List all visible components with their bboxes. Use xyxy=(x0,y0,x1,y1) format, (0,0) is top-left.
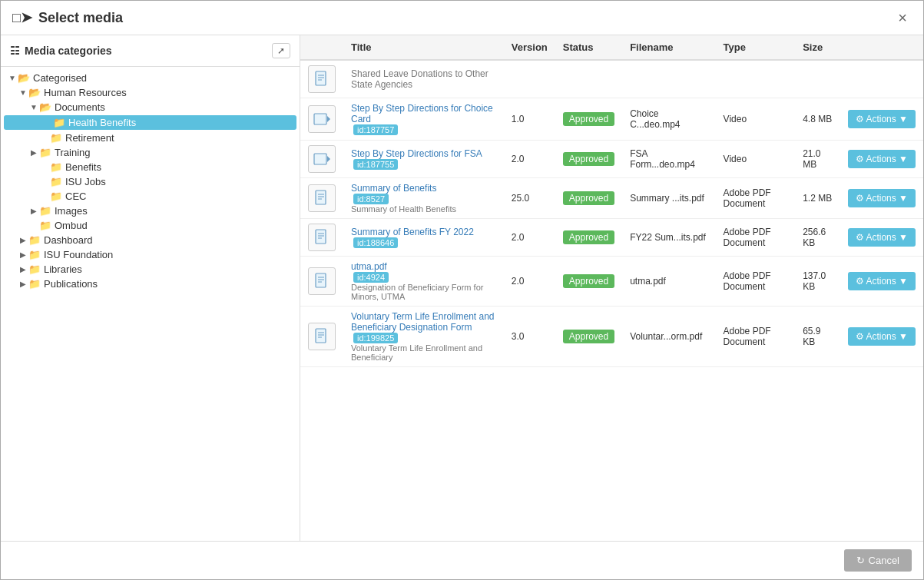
table-header-row: Title Version Status Filename Type Size xyxy=(300,35,923,60)
row-type-cell: Adobe PDF Document xyxy=(716,307,796,367)
media-title-link[interactable]: Voluntary Term Life Enrollment and Benef… xyxy=(351,311,496,333)
row-title-cell: Summary of Benefits id:8527 Summary of H… xyxy=(343,178,504,219)
table-row: Step By Step Directions for Choice Card … xyxy=(300,98,923,141)
row-title-cell: Shared Leave Donations to Other State Ag… xyxy=(343,60,504,98)
tree-label: Images xyxy=(55,205,88,217)
table-row: Summary of Benefits FY 2022 id:188646 2.… xyxy=(300,219,923,257)
row-filename-cell: utma.pdf xyxy=(622,257,715,307)
id-badge: id:187755 xyxy=(353,159,398,170)
folder-icon: 📁 xyxy=(39,220,51,231)
svg-rect-8 xyxy=(316,191,326,204)
media-title-link[interactable]: Summary of Benefits xyxy=(351,183,496,194)
media-title-link[interactable]: Step By Step Directions for FSA xyxy=(351,148,496,159)
row-filename-cell: Choice C...deo.mp4 xyxy=(622,98,715,141)
col-title: Title xyxy=(343,35,504,60)
row-status-cell: Approved xyxy=(555,141,622,178)
status-badge: Approved xyxy=(563,112,614,126)
folder-icon: 📁 xyxy=(28,234,41,246)
row-version-cell: 2.0 xyxy=(504,219,555,257)
table-row: Summary of Benefits id:8527 Summary of H… xyxy=(300,178,923,219)
row-title-cell: utma.pdf id:4924 Designation of Benefici… xyxy=(343,257,504,307)
row-icon-cell xyxy=(300,219,343,257)
tree-item-human-resources[interactable]: ▼ 📂 Human Resources xyxy=(1,85,300,100)
row-actions-cell: ⚙ Actions ▼ xyxy=(840,178,923,219)
col-version: Version xyxy=(504,35,555,60)
folder-icon: 📁 xyxy=(50,132,62,144)
actions-button[interactable]: ⚙ Actions ▼ xyxy=(848,272,916,290)
media-icon-pdf xyxy=(308,323,336,350)
svg-marker-7 xyxy=(327,156,330,162)
status-badge: Approved xyxy=(563,191,614,205)
row-type-cell: Video xyxy=(716,98,796,141)
table-row: Shared Leave Donations to Other State Ag… xyxy=(300,60,923,98)
row-icon-cell xyxy=(300,98,343,141)
tree-item-ombud[interactable]: 📁 Ombud xyxy=(1,218,300,233)
svg-rect-4 xyxy=(314,114,326,124)
toggle-icon: ▶ xyxy=(18,236,28,244)
row-icon-cell xyxy=(300,60,343,98)
tree-item-categorised[interactable]: ▼ 📂 Categorised xyxy=(1,71,300,85)
tree-label: Documents xyxy=(55,101,105,113)
row-actions-cell: ⚙ Actions ▼ xyxy=(840,98,923,141)
row-actions-cell xyxy=(840,60,923,98)
modal-title: □➤ Select media xyxy=(12,9,123,26)
row-size-cell: 4.8 MB xyxy=(795,98,840,141)
col-icon xyxy=(300,35,343,60)
folder-icon: 📁 xyxy=(50,176,62,187)
row-actions-cell: ⚙ Actions ▼ xyxy=(840,219,923,257)
main-content: Title Version Status Filename Type Size xyxy=(300,35,923,541)
sidebar-header: ☷ Media categories ➚ xyxy=(1,35,300,67)
tree-item-images[interactable]: ▶ 📁 Images xyxy=(1,204,300,218)
folder-icon: 📁 xyxy=(28,249,41,260)
cancel-button[interactable]: ↻ Cancel xyxy=(844,549,912,572)
col-status: Status xyxy=(555,35,622,60)
row-size-cell: 21.0 MB xyxy=(795,141,840,178)
col-size: Size xyxy=(795,35,840,60)
media-icon-pdf xyxy=(308,224,336,251)
tree-item-benefits[interactable]: 📁 Benefits xyxy=(1,160,300,174)
media-title-link[interactable]: utma.pdf xyxy=(351,261,496,272)
media-title-link[interactable]: Step By Step Directions for Choice Card xyxy=(351,103,496,124)
folder-icon: 📁 xyxy=(50,191,62,202)
media-title-link[interactable]: Summary of Benefits FY 2022 xyxy=(351,227,496,237)
svg-rect-20 xyxy=(316,329,326,343)
folder-icon: 📁 xyxy=(28,278,41,290)
tree-item-publications[interactable]: ▶ 📁 Publications xyxy=(1,277,300,291)
tree-item-isu-foundation[interactable]: ▶ 📁 ISU Foundation xyxy=(1,247,300,262)
svg-marker-5 xyxy=(327,116,330,122)
toggle-icon: ▼ xyxy=(7,74,18,82)
folder-open-icon: 📂 xyxy=(28,87,41,98)
tree-item-cec[interactable]: 📁 CEC xyxy=(1,189,300,204)
media-icon-doc xyxy=(308,65,336,93)
actions-button[interactable]: ⚙ Actions ▼ xyxy=(848,228,916,247)
row-title-partial: Shared Leave Donations to Other State Ag… xyxy=(351,68,488,90)
row-version-cell xyxy=(504,60,555,98)
tree-item-training[interactable]: ▶ 📁 Training xyxy=(1,145,300,160)
row-size-cell: 1.2 MB xyxy=(795,178,840,219)
tree-label: ISU Jobs xyxy=(65,176,106,187)
sidebar-title-icon: ☷ xyxy=(10,45,20,57)
tree-item-dashboard[interactable]: ▶ 📁 Dashboard xyxy=(1,233,300,247)
status-badge: Approved xyxy=(563,274,614,288)
actions-button[interactable]: ⚙ Actions ▼ xyxy=(848,327,916,346)
tree-item-retirement[interactable]: 📁 Retirement xyxy=(1,131,300,145)
table-row: Step By Step Directions for FSA id:18775… xyxy=(300,141,923,178)
tree-item-documents[interactable]: ▼ 📂 Documents xyxy=(1,100,300,114)
actions-button[interactable]: ⚙ Actions ▼ xyxy=(848,150,916,168)
row-size-cell: 256.6 KB xyxy=(795,219,840,257)
tree-label: Training xyxy=(55,147,90,158)
modal-close-button[interactable]: × xyxy=(893,8,912,27)
actions-button[interactable]: ⚙ Actions ▼ xyxy=(848,189,916,207)
tree-item-libraries[interactable]: ▶ 📁 Libraries xyxy=(1,262,300,277)
tree-item-isu-jobs[interactable]: 📁 ISU Jobs xyxy=(1,174,300,189)
row-status-cell: Approved xyxy=(555,219,622,257)
tree-label: Human Resources xyxy=(44,87,127,98)
actions-button[interactable]: ⚙ Actions ▼ xyxy=(848,110,916,128)
row-title-cell: Step By Step Directions for Choice Card … xyxy=(343,98,504,141)
tree-item-health-benefits[interactable]: 📁 Health Benefits xyxy=(4,115,296,130)
row-status-cell: Approved xyxy=(555,307,622,367)
tree-label: Retirement xyxy=(65,132,114,144)
row-size-cell: 137.0 KB xyxy=(795,257,840,307)
sidebar-expand-button[interactable]: ➚ xyxy=(272,43,290,58)
row-icon-cell xyxy=(300,141,343,178)
